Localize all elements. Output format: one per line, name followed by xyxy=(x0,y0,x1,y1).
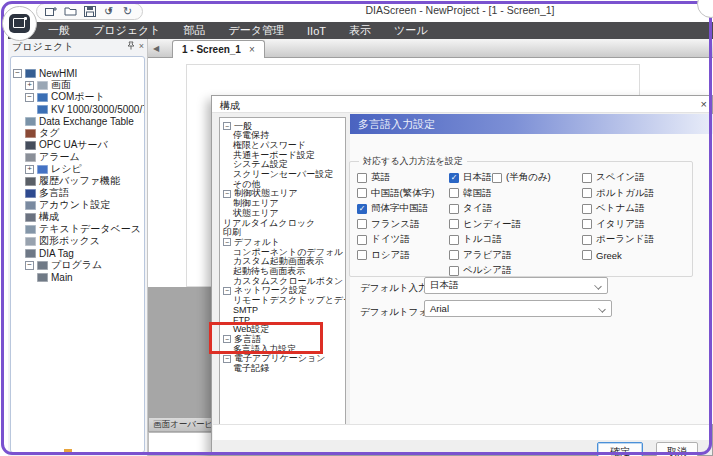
checkbox-icon[interactable] xyxy=(582,250,592,260)
japanese-half-width-checkbox[interactable]: (半角のみ) xyxy=(492,170,551,186)
checkbox-icon[interactable] xyxy=(357,188,367,198)
language-checkbox[interactable]: 中国語(繁体字) xyxy=(357,186,434,202)
language-checkbox[interactable]: 英語 xyxy=(357,170,434,186)
expand-toggle-icon[interactable] xyxy=(223,355,231,363)
menu-item[interactable]: 一般 xyxy=(48,23,70,38)
tree-item[interactable]: NewHMI xyxy=(11,67,144,79)
language-column-1: 英語中国語(繁体字)✓簡体字中国語フランス語ドイツ語ロシア語 xyxy=(357,170,434,263)
default-input-label: デフォルト入力 xyxy=(360,282,428,295)
expand-toggle-icon[interactable] xyxy=(223,122,231,130)
checkbox-icon[interactable] xyxy=(449,235,459,245)
tab-screen-1[interactable]: 1 - Screen_1 × xyxy=(172,40,265,58)
close-icon[interactable]: × xyxy=(701,98,707,110)
tree-item[interactable]: Main xyxy=(11,271,144,283)
checkbox-icon[interactable] xyxy=(582,188,592,198)
tree-item[interactable]: プログラム xyxy=(11,259,144,271)
language-checkbox[interactable]: イタリア語 xyxy=(582,217,654,233)
expand-toggle-icon[interactable] xyxy=(25,165,34,174)
checkbox-icon[interactable] xyxy=(582,204,592,214)
new-project-icon[interactable] xyxy=(45,5,58,18)
language-checkbox[interactable]: ポルトガル語 xyxy=(582,186,654,202)
language-checkbox[interactable]: Greek xyxy=(582,248,654,264)
cancel-button[interactable]: 取消 xyxy=(656,442,698,456)
tree-item-label: DIA Tag xyxy=(39,248,74,259)
checkbox-icon[interactable] xyxy=(449,188,459,198)
language-checkbox[interactable]: ベトナム語 xyxy=(582,201,654,217)
save-icon[interactable] xyxy=(83,5,96,18)
expand-toggle-icon[interactable] xyxy=(223,190,231,198)
language-checkbox[interactable]: ロシア語 xyxy=(357,248,434,264)
configuration-tree: 一般停電保持権限とパスワード共通キーボード設定システム設定スクリーンセーバー設定… xyxy=(219,117,346,428)
checkbox-label: ポルトガル語 xyxy=(596,187,654,200)
language-checkbox[interactable]: ポーランド語 xyxy=(582,232,654,248)
checkbox-icon[interactable] xyxy=(582,219,592,229)
tree-item[interactable]: 履歴バッファ機能 xyxy=(11,175,144,187)
language-checkbox[interactable]: フランス語 xyxy=(357,217,434,233)
language-checkbox[interactable]: タイ語 xyxy=(449,201,521,217)
exchange-table-icon xyxy=(25,117,36,126)
dialog-title: 構成 xyxy=(220,99,240,113)
expand-toggle-icon[interactable] xyxy=(25,93,34,102)
language-checkbox[interactable]: トルコ語 xyxy=(449,232,521,248)
checkbox-icon[interactable] xyxy=(492,173,502,183)
checkbox-icon[interactable] xyxy=(582,173,592,183)
menu-item[interactable]: IIoT xyxy=(307,25,326,37)
dia-tag-icon xyxy=(25,249,36,258)
customize-toolbar-icon[interactable]: ▾ xyxy=(108,6,112,15)
recipe-icon xyxy=(37,165,48,174)
close-icon[interactable]: × xyxy=(249,44,255,55)
expand-toggle-icon[interactable] xyxy=(25,261,34,270)
expand-toggle-icon[interactable] xyxy=(13,69,22,78)
overview-thumbnail-marker xyxy=(64,449,72,455)
tree-item[interactable]: リモートデスクトップとデータ収集 xyxy=(220,296,345,306)
menu-item[interactable]: ツール xyxy=(394,23,428,38)
scroll-left-icon[interactable]: ◀ xyxy=(153,44,159,53)
text-database-icon xyxy=(25,225,36,234)
checkbox-icon[interactable] xyxy=(449,250,459,260)
open-project-icon[interactable] xyxy=(64,5,77,18)
checkbox-icon[interactable] xyxy=(449,219,459,229)
language-checkbox[interactable]: スペイン語 xyxy=(582,170,654,186)
default-font-select[interactable]: Arial xyxy=(424,300,612,317)
checkbox-icon[interactable] xyxy=(582,235,592,245)
configuration-icon xyxy=(25,213,36,222)
checkbox-icon[interactable] xyxy=(357,250,367,260)
redo-icon[interactable]: ↻ xyxy=(121,5,134,18)
tree-item[interactable]: Data Exchange Table xyxy=(11,115,144,127)
tree-item[interactable]: KV 1000/3000/5000/7500/8000/N... xyxy=(11,103,144,115)
expand-toggle-icon[interactable] xyxy=(25,81,34,90)
language-checkbox[interactable]: ✓簡体字中国語 xyxy=(357,201,434,217)
expand-toggle-icon[interactable] xyxy=(223,238,231,246)
app-button[interactable] xyxy=(2,6,37,41)
pin-icon[interactable] xyxy=(127,41,135,52)
default-input-select[interactable]: 日本語 xyxy=(424,277,608,294)
tree-item[interactable]: 図形ボックス xyxy=(11,235,144,247)
checkbox-label: 中国語(繁体字) xyxy=(371,187,434,200)
checkbox-icon[interactable] xyxy=(449,204,459,214)
menu-item[interactable]: 部品 xyxy=(184,23,206,38)
close-icon[interactable]: × xyxy=(139,42,144,51)
checkbox-icon[interactable] xyxy=(357,219,367,229)
checkbox-checked-icon[interactable]: ✓ xyxy=(357,204,367,214)
menu-item[interactable]: 表示 xyxy=(349,23,371,38)
checkbox-icon[interactable] xyxy=(449,266,459,276)
tree-item[interactable]: アカウント設定 xyxy=(11,199,144,211)
checkbox-icon[interactable] xyxy=(357,235,367,245)
language-checkbox[interactable]: ドイツ語 xyxy=(357,232,434,248)
hmi-icon xyxy=(25,69,36,78)
language-checkbox[interactable]: 韓国語 xyxy=(449,186,521,202)
language-checkbox[interactable]: ヒンディー語 xyxy=(449,217,521,233)
tree-item[interactable]: COMポート xyxy=(11,91,144,103)
tree-item-label: Main xyxy=(51,272,73,283)
expand-toggle-icon[interactable] xyxy=(223,287,231,295)
menu-item[interactable]: データ管理 xyxy=(229,23,285,38)
checkbox-icon[interactable] xyxy=(357,173,367,183)
project-tree: NewHMI画面COMポートKV 1000/3000/5000/7500/800… xyxy=(10,56,145,453)
tree-item[interactable]: SMTP xyxy=(220,305,345,315)
ok-button[interactable]: 確定 xyxy=(597,442,643,456)
menu-item[interactable]: プロジェクト xyxy=(93,23,161,38)
tree-item[interactable]: 電子記録 xyxy=(220,364,345,374)
checkbox-checked-icon[interactable]: ✓ xyxy=(449,173,459,183)
language-column-2: ✓日本語韓国語タイ語ヒンディー語トルコ語アラビア語ペルシア語 xyxy=(449,170,521,279)
language-checkbox[interactable]: アラビア語 xyxy=(449,248,521,264)
